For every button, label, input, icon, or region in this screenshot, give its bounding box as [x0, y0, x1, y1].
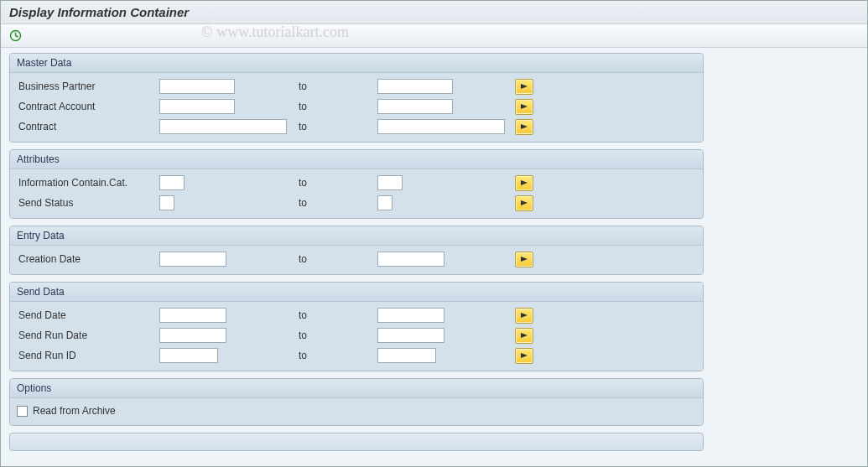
label-send-run-date: Send Run Date — [17, 329, 159, 341]
toolbar — [1, 24, 867, 48]
creation-date-multi-button[interactable] — [515, 252, 533, 267]
label-creation-date: Creation Date — [17, 253, 159, 265]
business-partner-to-input[interactable] — [377, 79, 453, 94]
label-send-date: Send Date — [17, 309, 159, 321]
label-business-partner: Business Partner — [17, 80, 159, 92]
row-creation-date: Creation Date to — [17, 249, 696, 269]
info-container-cat-to-input[interactable] — [377, 175, 403, 190]
group-body: Business Partner to Contract Account to … — [10, 73, 703, 142]
group-send-data: Send Data Send Date to Send Run Date to — [9, 282, 704, 371]
group-title: Attributes — [10, 150, 703, 169]
business-partner-multi-button[interactable] — [515, 79, 533, 95]
row-contract: Contract to — [17, 117, 696, 137]
footer-strip — [9, 433, 704, 451]
read-from-archive-checkbox[interactable] — [17, 406, 28, 417]
send-date-multi-button[interactable] — [515, 308, 533, 324]
row-business-partner: Business Partner to — [17, 76, 696, 96]
label-info-container-cat: Information Contain.Cat. — [17, 177, 159, 189]
send-status-to-input[interactable] — [377, 195, 392, 210]
info-container-cat-from-input[interactable] — [159, 175, 185, 190]
contract-account-to-input[interactable] — [377, 99, 453, 114]
to-label: to — [294, 177, 377, 189]
creation-date-to-input[interactable] — [377, 252, 444, 267]
send-run-date-from-input[interactable] — [159, 328, 226, 343]
row-read-from-archive: Read from Archive — [17, 402, 696, 420]
info-container-cat-multi-button[interactable] — [515, 175, 533, 191]
row-send-date: Send Date to — [17, 305, 696, 325]
send-date-from-input[interactable] — [159, 308, 226, 323]
to-label: to — [294, 253, 377, 265]
send-status-multi-button[interactable] — [515, 195, 533, 211]
contract-multi-button[interactable] — [515, 119, 533, 135]
row-contract-account: Contract Account to — [17, 96, 696, 117]
label-send-run-id: Send Run ID — [17, 350, 159, 361]
group-attributes: Attributes Information Contain.Cat. to S… — [9, 149, 704, 219]
contract-from-input[interactable] — [159, 119, 287, 134]
send-run-date-multi-button[interactable] — [515, 328, 533, 344]
row-send-status: Send Status to — [17, 193, 696, 213]
creation-date-from-input[interactable] — [159, 252, 226, 267]
contract-account-multi-button[interactable] — [515, 99, 533, 115]
main-window: Display Information Container © www.tuto… — [0, 0, 868, 467]
group-master-data: Master Data Business Partner to Contract… — [9, 53, 704, 143]
label-send-status: Send Status — [17, 197, 159, 209]
send-run-date-to-input[interactable] — [377, 328, 444, 343]
business-partner-from-input[interactable] — [159, 79, 235, 94]
send-status-from-input[interactable] — [159, 195, 174, 210]
label-contract-account: Contract Account — [17, 101, 159, 112]
row-send-run-date: Send Run Date to — [17, 325, 696, 345]
titlebar: Display Information Container — [1, 1, 867, 24]
group-title: Options — [10, 379, 703, 398]
group-options: Options Read from Archive — [9, 378, 704, 426]
group-body: Information Contain.Cat. to Send Status … — [10, 169, 703, 218]
to-label: to — [294, 329, 377, 341]
group-title: Master Data — [10, 54, 703, 73]
group-body: Creation Date to — [10, 246, 703, 274]
page-title: Display Information Container — [9, 5, 189, 19]
label-read-from-archive: Read from Archive — [33, 405, 116, 417]
group-body: Read from Archive — [10, 398, 703, 425]
to-label: to — [294, 80, 377, 92]
to-label: to — [294, 309, 377, 321]
row-info-container-cat: Information Contain.Cat. to — [17, 173, 696, 193]
group-title: Send Data — [10, 283, 703, 302]
label-contract: Contract — [17, 121, 159, 132]
send-run-id-to-input[interactable] — [377, 348, 436, 363]
send-run-id-multi-button[interactable] — [515, 348, 533, 364]
execute-icon[interactable] — [8, 29, 23, 44]
content-area: Master Data Business Partner to Contract… — [1, 48, 712, 459]
to-label: to — [294, 197, 377, 209]
to-label: to — [294, 101, 377, 112]
group-title: Entry Data — [10, 226, 703, 246]
to-label: to — [294, 350, 377, 361]
to-label: to — [294, 121, 377, 132]
send-date-to-input[interactable] — [377, 308, 444, 323]
contract-account-from-input[interactable] — [159, 99, 235, 114]
row-send-run-id: Send Run ID to — [17, 345, 696, 366]
send-run-id-from-input[interactable] — [159, 348, 218, 363]
svg-line-2 — [15, 36, 18, 38]
group-body: Send Date to Send Run Date to Send Run I… — [10, 302, 703, 371]
group-entry-data: Entry Data Creation Date to — [9, 226, 704, 275]
contract-to-input[interactable] — [377, 119, 505, 134]
